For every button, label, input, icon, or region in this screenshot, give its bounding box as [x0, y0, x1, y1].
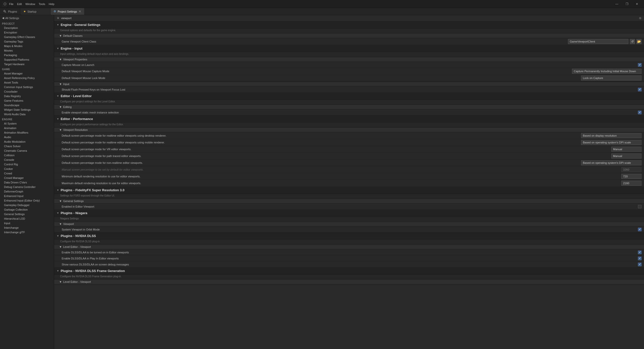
- sidebar-item-gameplay-effect[interactable]: Gameplay Effect Classes: [0, 35, 54, 39]
- minimize-button[interactable]: —: [612, 0, 622, 8]
- tab-close-button[interactable]: ✕: [79, 10, 81, 13]
- section-niagara-header[interactable]: ▼ Plugins - Niagara: [54, 210, 644, 217]
- tab-startup[interactable]: ★ Startup: [20, 8, 51, 15]
- screen-pct-mobile-dropdown[interactable]: Based on operating system's DPI scale: [581, 140, 641, 145]
- sidebar-item-maps-modes[interactable]: Maps & Modes: [0, 44, 54, 48]
- show-dlss-debug-checkbox[interactable]: [638, 263, 641, 266]
- sidebar-item-game-features[interactable]: Game Features: [0, 98, 54, 103]
- sidebar-item-gameplay-debugger[interactable]: Gameplay Debugger: [0, 203, 54, 207]
- enable-dlss-pie-checkbox[interactable]: [638, 257, 641, 260]
- menu-help[interactable]: Help: [49, 3, 55, 6]
- sidebar-item-hierarchical-lod[interactable]: Hierarchical LOD: [0, 216, 54, 221]
- sidebar-item-console[interactable]: Console: [0, 158, 54, 162]
- screen-pct-non-realtime-dropdown[interactable]: Based on operating system's DPI scale: [581, 160, 641, 165]
- sidebar-item-interchange-gltf[interactable]: Interchange glTF: [0, 230, 54, 235]
- sidebar-item-audio-modulation[interactable]: Audio Modulation: [0, 139, 54, 144]
- sidebar-item-audio[interactable]: Audio: [0, 135, 54, 139]
- subsection-default-classes[interactable]: ▼ Default Classes: [54, 33, 644, 38]
- sidebar-item-data-driven[interactable]: Data Driven CVars: [0, 180, 54, 185]
- screen-pct-vr-dropdown[interactable]: Manual: [611, 147, 641, 152]
- min-rendering-resolution-input[interactable]: [621, 174, 641, 179]
- subsection-dlss-fg-level-editor[interactable]: ▼ Level Editor - Viewport: [54, 279, 644, 284]
- close-viewport-button[interactable]: ✕: [57, 16, 60, 20]
- sidebar-item-ai-system[interactable]: AI System: [0, 121, 54, 126]
- game-viewport-dropdown[interactable]: GameViewportClient: [568, 39, 628, 44]
- sidebar-item-soundscape[interactable]: Soundscape: [0, 103, 54, 107]
- sidebar-item-common-input[interactable]: Common Input Settings: [0, 85, 54, 89]
- max-rendering-resolution-input[interactable]: [621, 181, 641, 186]
- subsection-editing[interactable]: ▼ Editing: [54, 104, 644, 109]
- menu-file[interactable]: File: [9, 3, 14, 6]
- sidebar-item-supported-platforms[interactable]: Supported Platforms: [0, 57, 54, 62]
- sidebar-item-animation-modifiers[interactable]: Animation Modifiers: [0, 130, 54, 135]
- screen-pct-path-traced-dropdown[interactable]: Manual: [611, 153, 641, 159]
- subsection-niagara-viewport[interactable]: ▼ Viewport: [54, 221, 644, 226]
- sidebar-item-animation[interactable]: Animation: [0, 126, 54, 130]
- sidebar-item-widget-state[interactable]: Widget State Settings: [0, 107, 54, 112]
- flush-pressed-keys-checkbox[interactable]: [638, 88, 641, 91]
- sidebar-item-target-hardware[interactable]: Target Hardware: [0, 62, 54, 66]
- subsection-input[interactable]: ▼ Input: [54, 82, 644, 87]
- section-fsr-header[interactable]: ▼ Plugins - FidelityFX Super Resolution …: [54, 187, 644, 194]
- sidebar-item-input[interactable]: Input: [0, 221, 54, 225]
- sidebar-item-asset-tools[interactable]: Asset Tools: [0, 80, 54, 85]
- menu-window[interactable]: Window: [25, 3, 35, 6]
- section-editor-perf-header[interactable]: ▼ Editor - Performance: [54, 115, 644, 123]
- section-editor-level-header[interactable]: ▼ Editor - Level Editor: [54, 93, 644, 100]
- sidebar-item-encryption[interactable]: Encryption: [0, 30, 54, 35]
- sidebar-item-crowd-manager[interactable]: Crowd Manager: [0, 176, 54, 180]
- sidebar-item-cooker[interactable]: Cooker: [0, 167, 54, 171]
- enable-viewport-static-mesh-checkbox[interactable]: [638, 111, 641, 114]
- menu-tools[interactable]: Tools: [39, 3, 45, 6]
- enabled-editor-viewport-fsr-checkbox[interactable]: [638, 205, 641, 208]
- capture-mouse-launch-checkbox[interactable]: [638, 63, 641, 67]
- section-engine-input-header[interactable]: ▼ Engine - Input: [54, 45, 644, 52]
- sidebar-item-deformer-graph[interactable]: DeformerGraph: [0, 189, 54, 194]
- subsection-viewport-properties[interactable]: ▼ Viewport Properties: [54, 57, 644, 62]
- sidebar-item-data-registry[interactable]: Data Registry: [0, 94, 54, 98]
- sidebar-item-description[interactable]: Description: [0, 26, 54, 30]
- viewport-browse-button[interactable]: 📂: [636, 39, 641, 44]
- sidebar-item-enhanced-input-editor[interactable]: Enhanced Input (Editor Only): [0, 198, 54, 203]
- section-dlss-header[interactable]: ▼ Plugins - NVIDIA DLSS: [54, 232, 644, 240]
- sidebar-item-chaos-solver[interactable]: Chaos Solver: [0, 144, 54, 148]
- system-viewport-orbit-checkbox[interactable]: [638, 228, 641, 231]
- sidebar-item-world-audio[interactable]: World Audio Data: [0, 112, 54, 117]
- screen-pct-desktop-dropdown[interactable]: Based on display resolution: [581, 133, 641, 138]
- sidebar-item-gameplay-tags[interactable]: Gameplay Tags: [0, 39, 54, 44]
- section-dlss-fg-header[interactable]: ▼ Plugins - NVIDIA DLSS Frame Generation: [54, 267, 644, 275]
- mouse-lock-dropdown[interactable]: Lock on Capture: [581, 75, 641, 81]
- viewport-reset-button[interactable]: ↺: [630, 39, 635, 44]
- manual-screen-pct-input[interactable]: [621, 167, 641, 172]
- sidebar-item-debug-camera[interactable]: Debug Camera Controller: [0, 185, 54, 189]
- sidebar-item-crossfader[interactable]: Crossfader: [0, 89, 54, 94]
- sidebar-item-asset-manager[interactable]: Asset Manager: [0, 71, 54, 76]
- sidebar-item-enhanced-input[interactable]: Enhanced Input: [0, 194, 54, 198]
- viewport-gear-icon[interactable]: ⚙: [639, 17, 641, 20]
- section-engine-general-header[interactable]: ▼ Engine - General Settings: [54, 21, 644, 28]
- dlss-fg-level-editor-arrow-icon: ▼: [59, 280, 62, 283]
- sidebar-item-packaging[interactable]: Packaging: [0, 53, 54, 57]
- tab-plugins[interactable]: 🔌 Plugins: [0, 8, 20, 15]
- sidebar-all-settings[interactable]: ◀ All Settings: [0, 15, 54, 21]
- menu-edit[interactable]: Edit: [17, 3, 22, 6]
- subsection-viewport-resolution[interactable]: ▼ Viewport Resolution: [54, 127, 644, 132]
- enable-dlss-editor-checkbox[interactable]: [638, 251, 641, 254]
- tab-project-settings[interactable]: ⚙ Project Settings ✕: [51, 8, 85, 15]
- close-button[interactable]: ✕: [632, 0, 642, 8]
- sidebar-item-asset-referencing[interactable]: Asset Referencing Policy: [0, 76, 54, 80]
- plugins-icon: 🔌: [3, 10, 7, 13]
- sidebar-item-cinematic-camera[interactable]: Cinematic Camera: [0, 148, 54, 153]
- sidebar-item-movies[interactable]: Movies: [0, 48, 54, 53]
- sidebar-item-garbage-collection[interactable]: Garbage Collection: [0, 207, 54, 212]
- maximize-button[interactable]: ❐: [622, 0, 632, 8]
- sidebar-item-general-settings[interactable]: General Settings: [0, 212, 54, 216]
- mouse-capture-dropdown[interactable]: Capture Permanently Including Initial Mo…: [572, 69, 641, 74]
- sidebar-item-interchange[interactable]: Interchange: [0, 225, 54, 230]
- manual-screen-pct-label: Manual screen percentage to be set by de…: [62, 168, 621, 171]
- sidebar-item-collision[interactable]: Collision: [0, 153, 54, 158]
- sidebar-item-crowd[interactable]: Crowd: [0, 171, 54, 176]
- subsection-dlss-level-editor[interactable]: ▼ Level Editor - Viewport: [54, 244, 644, 249]
- subsection-fsr-general[interactable]: ▼ General Settings: [54, 199, 644, 204]
- sidebar-item-control-rig[interactable]: Control Rig: [0, 162, 54, 167]
